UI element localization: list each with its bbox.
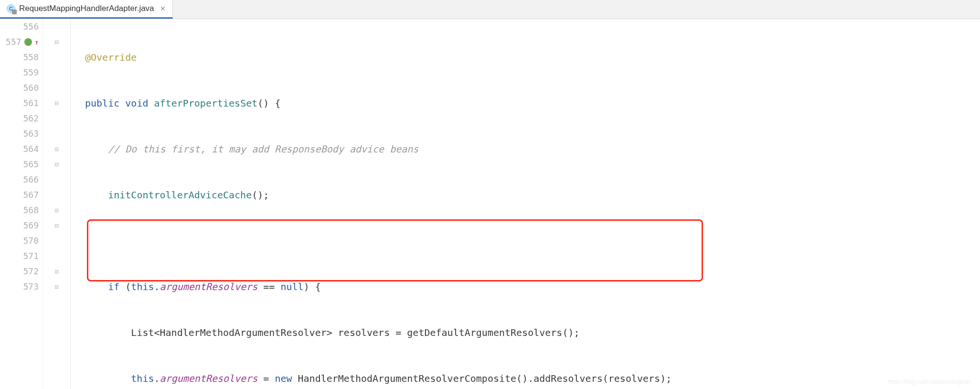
fold-toggle-icon[interactable]: ⊟	[43, 96, 70, 111]
fold-end-icon[interactable]: ⊡	[43, 279, 70, 294]
arrow-up-icon: ↑	[35, 34, 39, 50]
fold-end-icon[interactable]: ⊡	[43, 141, 70, 157]
fold-gutter: ⊟ ⊟ ⊡ ⊟ ⊡ ⊟ ⊡ ⊡	[43, 19, 71, 389]
override-gutter-icon[interactable]	[24, 38, 32, 46]
code-content[interactable]: @Override public void afterPropertiesSet…	[71, 19, 980, 389]
fold-toggle-icon[interactable]: ⊟	[43, 157, 70, 172]
fold-end-icon[interactable]: ⊡	[43, 264, 70, 279]
highlight-annotation	[87, 219, 703, 281]
fold-toggle-icon[interactable]: ⊟	[43, 218, 70, 233]
watermark: https://blog.csdn.net/sumengnan	[888, 378, 970, 385]
tab-filename: RequestMappingHandlerAdapter.java	[19, 4, 154, 13]
line-number-gutter: 556 557↑ 558 559 560 561 562 563 564 565…	[0, 19, 43, 389]
lock-icon	[12, 10, 17, 14]
class-file-icon: C	[7, 4, 15, 13]
tab-bar: C RequestMappingHandlerAdapter.java ✕	[0, 0, 980, 19]
code-editor[interactable]: 556 557↑ 558 559 560 561 562 563 564 565…	[0, 19, 980, 389]
editor-tab[interactable]: C RequestMappingHandlerAdapter.java ✕	[0, 0, 173, 19]
close-icon[interactable]: ✕	[160, 5, 166, 12]
fold-end-icon[interactable]: ⊡	[43, 203, 70, 218]
fold-toggle-icon[interactable]: ⊟	[43, 34, 70, 50]
